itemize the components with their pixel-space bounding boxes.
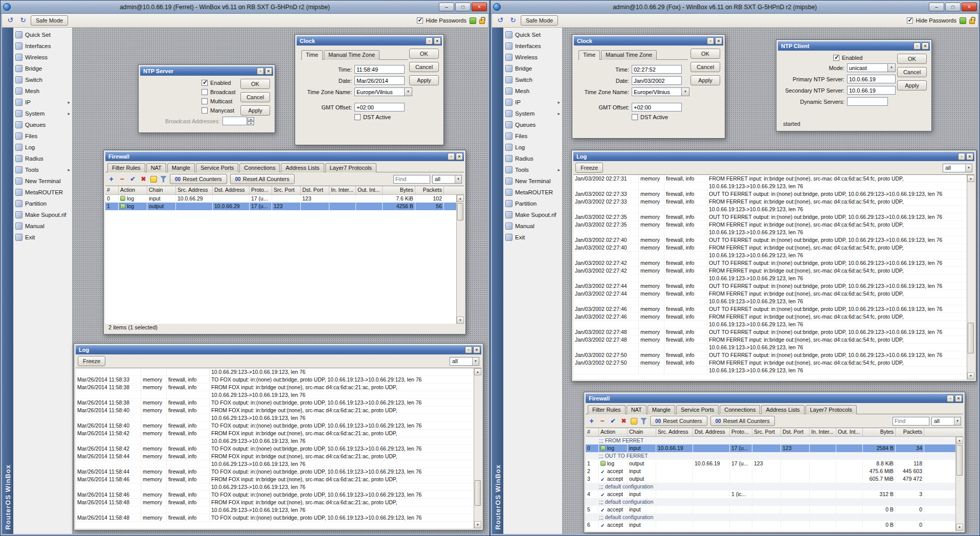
scroll-track[interactable] (474, 375, 481, 521)
time-input[interactable] (354, 65, 405, 74)
ok-button[interactable]: OK (240, 79, 270, 89)
sidebar-item[interactable]: Bridge ▸ (503, 63, 562, 74)
scroll-thumb[interactable] (457, 203, 463, 220)
disable-icon[interactable]: ✖ (140, 175, 147, 183)
sidebar-item[interactable]: New Terminal ▸ (503, 175, 562, 187)
log-row[interactable]: 10.0.66.29:123->10.0.66.19:123, len 76 (76, 391, 474, 399)
cancel-button[interactable]: Cancel (240, 92, 270, 102)
apply-button[interactable]: Apply (240, 105, 270, 116)
enable-icon[interactable]: ✔ (609, 417, 617, 425)
sidebar-item[interactable]: Files ▸ (13, 130, 72, 142)
sidebar-item[interactable]: Mesh ▸ (13, 85, 72, 97)
close-icon[interactable]: × (955, 395, 962, 402)
log-row[interactable]: 10.0.66.19:123->10.0.66.29:123, len 76 (573, 298, 967, 305)
column-header-dst_port[interactable]: Dst. Port (781, 428, 810, 436)
firewall-rule-row[interactable]: 0loginput10.0.66.2917 (u...1237.6 KiB102 (105, 195, 456, 203)
firewall-rule-row[interactable]: 4acceptinput1 (ic...312 B3 (586, 490, 955, 498)
ntp-server-titlebar[interactable]: NTP Server ▫ × (140, 66, 273, 76)
firewall-tab[interactable]: Service Ports (676, 405, 719, 414)
restore-icon[interactable]: ▫ (426, 37, 433, 44)
sidebar-item[interactable]: Manual ▸ (503, 220, 562, 232)
sidebar-item[interactable]: Mesh ▸ (503, 85, 562, 97)
column-header-packets[interactable]: Packets (415, 186, 444, 194)
firewall-tab[interactable]: NAT (146, 163, 166, 172)
ntp-client-titlebar[interactable]: NTP Client ▫ × (778, 41, 930, 51)
maximize-button[interactable]: □ (455, 3, 471, 11)
sidebar-item[interactable]: Make Supout.rif ▸ (503, 209, 562, 220)
reset-counters-button[interactable]: 00Reset Counters (170, 174, 227, 184)
column-header-bytes[interactable]: Bytes (863, 428, 896, 436)
scroll-up-icon[interactable]: ▲ (956, 437, 963, 444)
sidebar-item[interactable]: Make Supout.rif ▸ (13, 209, 72, 220)
sidebar-item[interactable]: Quick Set ▸ (13, 29, 72, 40)
firewall-rule-row[interactable]: 5acceptinput0 B0 (586, 506, 955, 513)
log-row[interactable]: 10.0.66.19:123->10.0.66.29:123, len 76 (573, 275, 967, 282)
column-header-dst_port[interactable]: Dst. Port (301, 186, 329, 194)
filter-icon[interactable] (640, 418, 647, 425)
clock-dialog-titlebar[interactable]: Clock ▫ × (574, 36, 723, 46)
log-row[interactable]: Mar/26/2014 11:58:42memoryfirewall, info… (76, 430, 474, 437)
sidebar-item[interactable]: Exit ▸ (503, 232, 562, 243)
firewall-rule-row[interactable]: 1logoutput10.0.66.1917 (u...1238.8 KiB11… (586, 460, 955, 467)
scroll-thumb[interactable] (956, 445, 963, 476)
filter-select[interactable]: all▼ (432, 175, 462, 184)
restore-icon[interactable]: ▫ (914, 42, 921, 50)
ok-button[interactable]: OK (409, 49, 439, 59)
log-row[interactable]: Mar/26/2014 11:58:42memoryfirewall, info… (76, 445, 474, 453)
column-header-src_address[interactable]: Src. Address (656, 428, 693, 436)
log-row[interactable]: Jan/03/2002 02:27:48memoryfirewall, info… (573, 328, 967, 336)
remove-icon[interactable]: − (598, 417, 606, 425)
column-header-num[interactable]: # (586, 428, 599, 436)
firewall-tab[interactable]: Layer7 Protocols (325, 163, 377, 172)
chevron-down-icon[interactable]: ▼ (888, 63, 896, 72)
log-titlebar[interactable]: Log ▫ × (76, 345, 481, 354)
firewall-comment-row[interactable]: ;;; default configuration (586, 483, 955, 490)
log-row[interactable]: 10.0.66.29:123->10.0.66.19:123, len 76 (76, 368, 474, 376)
close-icon[interactable]: × (265, 68, 272, 75)
log-filter-select[interactable]: all▼ (450, 357, 479, 366)
sidebar-item[interactable]: Switch ▸ (13, 74, 72, 85)
firewall-tab[interactable]: Mangle (167, 163, 195, 172)
column-header-src_port[interactable]: Src. Port (272, 186, 301, 194)
log-row[interactable]: Jan/03/2002 02:27:35memoryfirewall, info… (573, 221, 967, 229)
chevron-down-icon[interactable]: ▼ (682, 87, 689, 96)
log-row[interactable]: 10.0.66.29:123->10.0.66.19:123, len 76 (76, 460, 474, 468)
log-row[interactable]: 10.0.66.29:123->10.0.66.19:123, len 76 (76, 437, 474, 445)
column-header-proto[interactable]: Proto... (250, 186, 272, 194)
column-header-in_if[interactable]: In. Inter... (329, 186, 356, 194)
restore-icon[interactable]: ▫ (257, 68, 264, 75)
firewall-tab[interactable]: Filter Rules (588, 405, 626, 414)
restore-icon[interactable]: ▫ (958, 153, 965, 160)
log-row[interactable]: Mar/26/2014 11:58:38memoryfirewall, info… (76, 384, 474, 391)
scroll-up-icon[interactable]: ▲ (474, 368, 481, 375)
multicast-checkbox[interactable] (202, 98, 208, 104)
scroll-track[interactable] (457, 202, 464, 317)
log-row[interactable]: Jan/03/2002 02:27:44memoryfirewall, info… (573, 282, 967, 290)
sidebar-item[interactable]: Partition ▸ (503, 198, 562, 209)
column-header-dst_address[interactable]: Dst. Address (213, 186, 250, 194)
column-header-action[interactable]: Action (599, 428, 628, 436)
remove-icon[interactable]: − (118, 175, 126, 183)
secondary-ntp-input[interactable] (847, 86, 896, 95)
spin-up-icon[interactable]: ▲ (248, 117, 254, 121)
close-icon[interactable]: × (715, 37, 722, 44)
firewall-tab[interactable]: NAT (627, 405, 647, 414)
firewall-comment-row[interactable]: ;;; default configuration (586, 513, 955, 521)
firewall-comment-row[interactable]: ;;; default configuration (586, 498, 955, 506)
sidebar-item[interactable]: Files ▸ (503, 130, 562, 142)
cancel-button[interactable]: Cancel (691, 62, 720, 72)
broadcast-checkbox[interactable] (202, 89, 208, 95)
sidebar-item[interactable]: System ▸ (503, 108, 562, 119)
sidebar-item[interactable]: MetaROUTER ▸ (13, 187, 72, 198)
sidebar-item[interactable]: MetaROUTER ▸ (503, 187, 562, 198)
tab-manual-time-zone[interactable]: Manual Time Zone (601, 50, 657, 60)
log-row[interactable]: Jan/03/2002 02:27:50memoryfirewall, info… (573, 359, 967, 367)
column-header-dst_address[interactable]: Dst. Address (693, 428, 730, 436)
sidebar-item[interactable]: Interfaces ▸ (13, 40, 72, 52)
gmt-offset-input[interactable] (354, 103, 405, 111)
log-row[interactable]: Mar/26/2014 11:58:48memoryfirewall, info… (76, 514, 474, 522)
filter-select[interactable]: all▼ (931, 417, 961, 426)
column-header-packets[interactable]: Packets (896, 428, 924, 436)
minimize-button[interactable]: – (439, 3, 454, 11)
broadcast-addresses-input[interactable] (222, 117, 247, 125)
